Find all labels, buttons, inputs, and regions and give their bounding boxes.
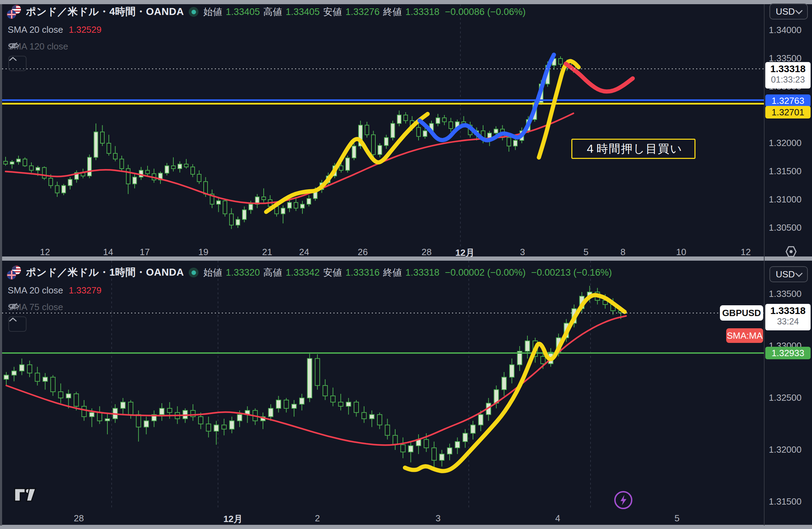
candle <box>55 186 59 193</box>
candle <box>88 158 91 176</box>
overlay-drawn-red-projection[interactable] <box>566 64 633 92</box>
time-tick: 12 <box>24 247 66 258</box>
chevron-up-icon <box>9 317 17 322</box>
change-value: −0.00002 (−0.00%) <box>445 267 526 278</box>
sma20-label: SMA 20 close <box>8 285 63 296</box>
candle <box>20 365 24 371</box>
gbpusd-flag-icon <box>7 266 21 279</box>
candle <box>126 169 130 184</box>
collapse-legend-button-1h[interactable] <box>8 316 27 332</box>
high-label: 高値 <box>263 6 282 18</box>
price-chart-canvas[interactable] <box>0 0 812 529</box>
candle <box>300 398 304 404</box>
candle <box>294 202 298 208</box>
candle <box>206 424 211 431</box>
candle <box>338 402 343 406</box>
candle <box>559 59 563 64</box>
candle <box>35 373 40 381</box>
overlay-drawn-blue[interactable] <box>420 55 554 140</box>
candle <box>510 365 514 377</box>
time-tick: 14 <box>87 247 129 258</box>
candle <box>74 394 78 406</box>
symbol-title-4h[interactable]: ポンド／米ドル・4時間・OANDA <box>26 5 184 19</box>
time-tick: 8 <box>602 247 644 258</box>
close-label: 終値 <box>383 6 402 18</box>
market-status-icon[interactable] <box>189 7 198 17</box>
price-axis[interactable] <box>764 4 812 525</box>
candle <box>401 445 405 452</box>
candle <box>236 220 240 225</box>
candle <box>90 413 94 417</box>
candle <box>4 161 8 164</box>
collapse-legend-button-4h[interactable] <box>8 56 27 71</box>
candle <box>107 143 111 153</box>
symbol-header-4h[interactable]: ポンド／米ドル・4時間・OANDA 始値 1.33405 高値 1.33405 … <box>7 5 526 19</box>
symbol-title-1h[interactable]: ポンド／米ドル・1時間・OANDA <box>26 266 184 279</box>
candle <box>59 392 63 398</box>
candle <box>513 140 517 146</box>
text-annotation-buy-dip[interactable]: ４時間押し目買い <box>571 139 696 159</box>
candle <box>66 394 71 398</box>
market-status-icon[interactable] <box>189 268 198 277</box>
candle <box>128 402 133 415</box>
candle <box>443 118 446 122</box>
candle <box>136 415 141 427</box>
close-value: 1.33318 <box>405 7 439 17</box>
symbol-header-1h[interactable]: ポンド／米ドル・1時間・OANDA 始値 1.33320 高値 1.33342 … <box>7 266 612 279</box>
low-label: 安値 <box>323 266 342 279</box>
indicator-row-sma120-4h[interactable]: SMA 120 close <box>8 41 68 52</box>
currency-value: USD <box>776 269 795 280</box>
candle <box>120 159 124 169</box>
candle <box>354 402 359 413</box>
candle <box>393 435 398 445</box>
currency-value: USD <box>776 6 795 17</box>
candle <box>160 408 164 415</box>
eye-off-icon[interactable] <box>8 302 20 311</box>
annotation-text: ４時間押し目買い <box>584 141 683 157</box>
low-value: 1.33316 <box>346 267 380 278</box>
candle <box>27 365 32 373</box>
indicator-row-sma20-4h[interactable]: SMA 20 close 1.32529 <box>8 24 102 35</box>
time-tick: 5 <box>565 247 607 258</box>
time-axis-settings-gear-icon[interactable] <box>783 245 799 259</box>
candle <box>198 417 203 424</box>
symbol-price-label: GBPUSD <box>720 305 763 321</box>
candle <box>204 182 208 194</box>
open-label: 始値 <box>203 6 222 18</box>
candle <box>10 162 14 164</box>
currency-dropdown-1h[interactable]: USD <box>769 266 808 282</box>
candle <box>448 448 452 454</box>
chart-pane-1[interactable] <box>2 261 764 509</box>
indicator-row-sma75-1h[interactable]: SMA 75 close <box>8 302 63 313</box>
candle <box>230 214 233 225</box>
candle <box>315 359 320 385</box>
time-tick: 5 <box>656 513 698 524</box>
eye-off-icon[interactable] <box>8 41 20 50</box>
candle <box>463 433 467 442</box>
candle <box>30 166 33 170</box>
candle <box>288 202 292 208</box>
tradingview-logo[interactable] <box>14 486 39 503</box>
quick-trade-lightning-icon[interactable] <box>613 490 633 510</box>
candle <box>346 158 349 170</box>
candle <box>370 415 374 419</box>
overlay-drawn-yellow[interactable] <box>405 295 625 471</box>
low-label: 安値 <box>323 6 342 18</box>
candle <box>378 145 382 154</box>
high-label: 高値 <box>263 266 282 279</box>
candle <box>352 146 356 158</box>
candle <box>323 385 328 396</box>
candle <box>541 356 545 364</box>
candle <box>49 178 53 185</box>
candle <box>238 415 242 421</box>
chart-pane-0[interactable] <box>2 4 764 247</box>
currency-dropdown-4h[interactable]: USD <box>769 3 808 20</box>
high-value: 1.33405 <box>286 7 320 17</box>
candle <box>307 199 311 204</box>
time-tick: 4 <box>537 513 579 524</box>
indicator-row-sma20-1h[interactable]: SMA 20 close 1.33279 <box>8 285 102 296</box>
candle <box>113 153 117 159</box>
candle <box>43 377 47 381</box>
candle <box>423 131 427 136</box>
candle <box>494 129 498 133</box>
